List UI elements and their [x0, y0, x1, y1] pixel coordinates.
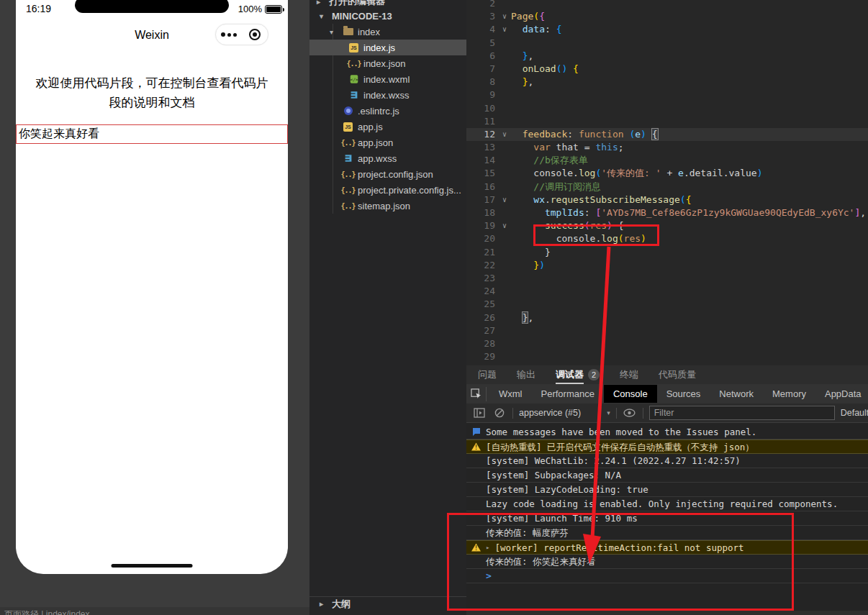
code-line-27: 27 [466, 324, 868, 337]
js-file-icon: JS [343, 122, 353, 132]
fold-chevron[interactable]: ∨ [498, 193, 511, 206]
code-line-14: 14 //b保存表单 [466, 154, 868, 167]
file-explorer: ▸ 打开的编辑器 ▾ MINICODE-13 ▾indexJSindex.js{… [309, 0, 466, 615]
devtools-tab-appdata[interactable]: AppData [815, 385, 868, 403]
toggle-drawer-icon[interactable] [472, 406, 487, 420]
code-text: success(res) { [511, 219, 868, 232]
code-text: Page({ [511, 10, 868, 23]
file-tree-item-project-config-json[interactable]: {..}project.config.json [309, 166, 466, 182]
devtools-tab-performance[interactable]: Performance [532, 385, 604, 403]
code-line-5: 5 [466, 37, 868, 50]
code-text: tmplIds: ['AYDs7MB_Cef8e6GzP1zy9kGWGUae9… [511, 206, 868, 219]
line-number: 18 [466, 206, 498, 219]
message-text: [system] LazyCodeLoading: true [486, 483, 648, 496]
battery-percent: 100% [238, 4, 262, 14]
line-number: 12 [466, 128, 498, 141]
expand-triangle-icon[interactable]: ▸ [486, 541, 489, 555]
file-tree-item-index-json[interactable]: {..}index.json [309, 55, 466, 71]
code-line-11: 11 [466, 115, 868, 128]
project-root[interactable]: ▾ MINICODE-13 [309, 8, 466, 24]
devtools-tab-sources[interactable]: Sources [657, 385, 710, 403]
message-text: [system] Launch Time: 910 ms [486, 511, 638, 525]
file-name: project.config.json [358, 169, 433, 180]
code-line-4: 4∨ data: { [466, 23, 868, 36]
fold-chevron[interactable]: ∨ [498, 10, 511, 23]
panel-tab-问题[interactable]: 问题 [478, 365, 497, 384]
line-number: 26 [466, 311, 498, 324]
fold-chevron[interactable]: ∨ [498, 219, 511, 232]
file-tree-item-index[interactable]: ▾index [309, 24, 466, 40]
file-tree-item-sitemap-json[interactable]: {..}sitemap.json [309, 198, 466, 214]
line-number: 10 [466, 102, 498, 115]
eye-icon[interactable] [623, 406, 637, 420]
code-line-25: 25 [466, 298, 868, 311]
console-message: [system] Launch Time: 910 ms [466, 511, 868, 526]
file-tree-item-app-js[interactable]: JSapp.js [309, 119, 466, 135]
file-tree-item-app-json[interactable]: {..}app.json [309, 135, 466, 150]
devtools-tab-memory[interactable]: Memory [763, 385, 815, 403]
console-prompt[interactable]: > [466, 569, 868, 583]
code-line-22: 22 }) [466, 259, 868, 272]
code-text [511, 298, 868, 311]
context-selector[interactable]: appservice (#5) [519, 408, 581, 418]
home-target-icon[interactable] [242, 29, 268, 40]
message-text: Lazy code loading is enabled. Only injec… [486, 497, 838, 511]
status-strip [466, 611, 868, 615]
code-text: feedback: function (e) { [511, 128, 868, 141]
line-number: 28 [466, 337, 498, 350]
file-tree-item--eslintrc-js[interactable]: .eslintrc.js [309, 103, 466, 119]
fold-chevron [498, 88, 511, 101]
fold-chevron [498, 141, 511, 154]
file-tree-item-index-wxss[interactable]: index.wxss [309, 87, 466, 103]
panel-tab-终端[interactable]: 终端 [620, 365, 638, 384]
fold-chevron [498, 115, 511, 128]
fold-chevron [498, 246, 511, 259]
devtools-tab-wxml[interactable]: Wxml [489, 385, 532, 403]
feedback-input[interactable] [16, 124, 288, 144]
devtools-tab-network[interactable]: Network [710, 385, 763, 403]
fold-chevron[interactable]: ∨ [498, 23, 511, 36]
message-text: [自动热重载] 已开启代码文件保存后自动热重载（不支持 json） [486, 440, 754, 454]
line-number: 29 [466, 350, 498, 363]
more-menu-icon[interactable] [216, 32, 242, 37]
svg-text:!: ! [474, 545, 478, 552]
file-tree-item-app-wxss[interactable]: app.wxss [309, 150, 466, 166]
panel-tab-代码质量[interactable]: 代码质量 [659, 365, 696, 384]
code-line-18: 18 tmplIds: ['AYDs7MB_Cef8e6GzP1zy9kGWGU… [466, 206, 868, 219]
chevron-down-icon[interactable]: ▾ [330, 28, 338, 36]
panel-tab-调试器[interactable]: 调试器2 [556, 365, 600, 384]
line-number: 6 [466, 50, 498, 63]
code-line-13: 13 var that = this; [466, 141, 868, 154]
clear-console-icon[interactable] [492, 406, 507, 420]
message-text: [system] WeChatLib: 2.24.1 (2022.4.27 11… [486, 454, 741, 468]
code-line-23: 23 [466, 272, 868, 285]
panel-tab-bar: 问题输出调试器2终端代码质量 [466, 365, 868, 384]
code-line-12: 12∨ feedback: function (e) { [466, 128, 868, 141]
devtools-tab-console[interactable]: Console [604, 385, 657, 403]
code-text: }, [511, 76, 868, 88]
line-number: 15 [466, 167, 498, 180]
file-tree-item-index-wxml[interactable]: </>index.wxml [309, 71, 466, 87]
fold-chevron[interactable]: ∨ [498, 128, 511, 141]
file-tree-item-project-private-config-js-[interactable]: {..}project.private.config.js... [309, 182, 466, 198]
code-lines: 23∨Page({4∨ data: {56 },7 onLoad() {8 },… [466, 0, 868, 363]
folder-file-icon [343, 27, 353, 37]
file-tree-item-index-js[interactable]: JSindex.js [309, 40, 466, 55]
line-number: 16 [466, 181, 498, 193]
code-line-16: 16 //调用订阅消息 [466, 181, 868, 193]
code-editor[interactable]: 23∨Page({4∨ data: {56 },7 onLoad() {8 },… [466, 0, 868, 365]
line-number: 13 [466, 141, 498, 154]
line-number: 4 [466, 23, 498, 36]
inspect-element-icon[interactable] [471, 387, 487, 401]
panel-tab-输出[interactable]: 输出 [517, 365, 535, 384]
console-message: 传来的值: 幅度萨芬 [466, 526, 868, 540]
log-levels-selector[interactable]: Default levels [841, 408, 868, 418]
fold-chevron [498, 350, 511, 363]
outline-section[interactable]: ▸ 大纲 [309, 596, 466, 611]
chevron-down-icon: ▾ [607, 409, 610, 416]
fold-chevron [498, 76, 511, 88]
simulator-bottom-bar: 页面路径 | index/index [0, 607, 309, 615]
divider [643, 408, 643, 419]
phone-notch [75, 0, 229, 13]
filter-input[interactable] [649, 406, 835, 420]
